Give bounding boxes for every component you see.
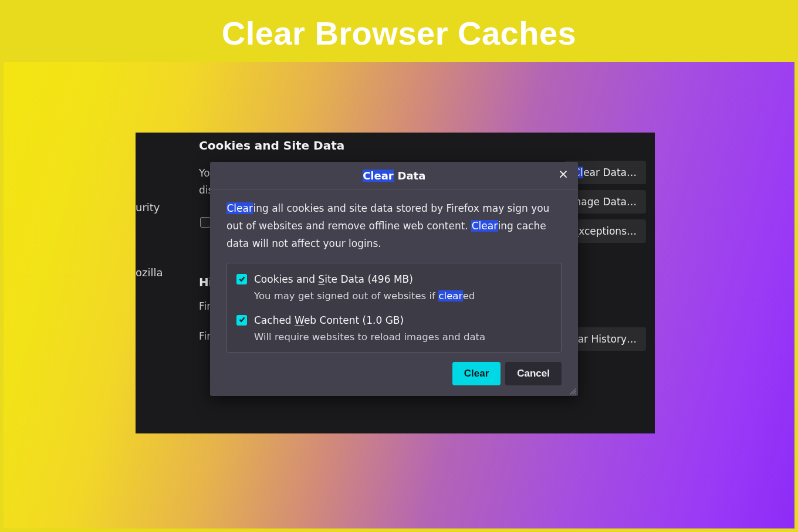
history-line-1: Fir [199,300,211,312]
clear-data-dialog: Clear Data Clearing all cookies and site… [210,162,578,396]
dialog-header: Clear Data [210,162,578,189]
resize-grip-icon[interactable] [568,386,576,394]
clear-button[interactable]: Clear [452,362,501,385]
cache-checkbox[interactable] [236,315,247,326]
svg-line-4 [575,394,576,394]
dialog-footer: Clear Cancel [210,362,578,396]
settings-window: Cookies and Site Data Yo dis urity ozill… [136,133,655,433]
cookies-checkbox[interactable] [236,274,247,284]
page-title: Clear Browser Caches [222,14,577,52]
sidebar-item-security-fragment[interactable]: urity [136,201,160,214]
page-root: Clear Browser Caches Cookies and Site Da… [0,0,798,532]
history-line-2: Fir [199,330,211,342]
sidebar-item-mozilla-fragment[interactable]: ozilla [136,266,163,279]
cache-option-desc: Will require websites to reload images a… [254,330,485,345]
cache-option-row: Cached Web Content (1.0 GB) Will require… [236,313,552,345]
dialog-body-text: Clearing all cookies and site data store… [210,189,578,258]
cookies-option-label: Cookies and Site Data (496 MB) [254,272,475,287]
cookies-option-row: Cookies and Site Data (496 MB) You may g… [236,272,552,304]
close-button[interactable] [556,168,571,183]
checkmark-icon [238,274,246,285]
cookies-section-heading: Cookies and Site Data [199,138,344,153]
close-icon [559,170,568,181]
checkmark-icon [238,314,246,326]
cookies-option-desc: You may get signed out of websites if cl… [254,289,475,304]
bg-unchecked-checkbox[interactable] [200,217,211,228]
dialog-options-group: Cookies and Site Data (496 MB) You may g… [226,263,562,353]
cancel-button[interactable]: Cancel [505,362,562,385]
dialog-title: Clear Data [363,170,426,182]
page-banner: Clear Browser Caches [4,4,794,62]
cache-option-label: Cached Web Content (1.0 GB) [254,313,485,328]
